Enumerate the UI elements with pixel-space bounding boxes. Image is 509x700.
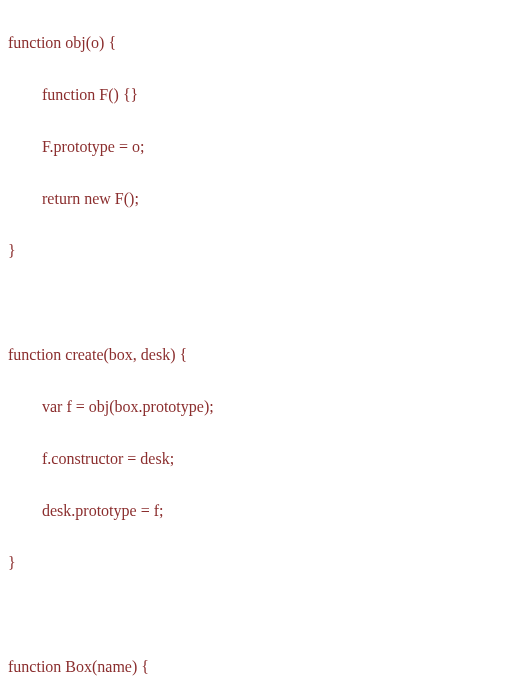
code-line: [8, 602, 501, 628]
code-text: return new F();: [42, 190, 139, 207]
code-text: function Box(name) {: [8, 658, 149, 675]
code-block: function obj(o) { function F() {} F.prot…: [8, 4, 501, 700]
code-line: var f = obj(box.prototype);: [8, 394, 501, 420]
code-text: }: [8, 242, 16, 259]
code-text: f.constructor = desk;: [42, 450, 174, 467]
code-line: function create(box, desk) {: [8, 342, 501, 368]
code-text: function obj(o) {: [8, 34, 116, 51]
code-line: }: [8, 238, 501, 264]
code-line: desk.prototype = f;: [8, 498, 501, 524]
code-line: }: [8, 550, 501, 576]
code-line: f.constructor = desk;: [8, 446, 501, 472]
code-text: F.prototype = o;: [42, 138, 144, 155]
code-line: function obj(o) {: [8, 30, 501, 56]
code-line: [8, 290, 501, 316]
code-text: desk.prototype = f;: [42, 502, 163, 519]
code-line: function Box(name) {: [8, 654, 501, 680]
code-text: function create(box, desk) {: [8, 346, 187, 363]
code-line: F.prototype = o;: [8, 134, 501, 160]
code-line: return new F();: [8, 186, 501, 212]
code-text: var f = obj(box.prototype);: [42, 398, 214, 415]
code-text: }: [8, 554, 16, 571]
code-text: function F() {}: [42, 86, 138, 103]
code-line: function F() {}: [8, 82, 501, 108]
